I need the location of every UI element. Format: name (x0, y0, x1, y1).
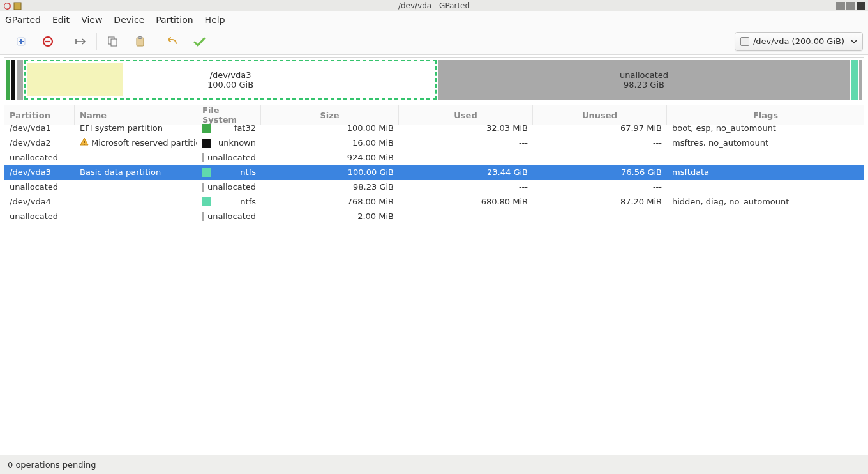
svg-rect-9 (84, 144, 85, 145)
cell-partition: unallocated (4, 153, 75, 162)
toolbar-separator (64, 33, 64, 50)
cell-filesystem: ntfs (197, 167, 261, 177)
cell-used: --- (399, 182, 533, 192)
cell-name: EFI system partition (75, 123, 197, 133)
cell-filesystem: unknown (197, 138, 261, 148)
fs-swatch-icon (202, 153, 204, 162)
diskmap-vda3-size: 100.00 GiB (207, 80, 253, 89)
fs-swatch-icon (202, 183, 204, 192)
cell-size: 2.00 MiB (261, 211, 399, 221)
cell-partition: /dev/vda3 (4, 167, 75, 177)
col-unused[interactable]: Unused (533, 105, 667, 125)
cell-used: --- (399, 138, 533, 148)
cell-used: 32.03 MiB (399, 123, 533, 133)
menu-help[interactable]: Help (205, 15, 225, 25)
statusbar: 0 operations pending (0, 455, 868, 474)
svg-rect-7 (138, 36, 142, 38)
diskmap-unalloc-name: unallocated (620, 70, 668, 80)
col-flags[interactable]: Flags (667, 105, 864, 125)
fs-swatch-icon (202, 197, 211, 206)
col-name[interactable]: Name (75, 105, 197, 125)
cell-flags: boot, esp, no_automount (667, 123, 864, 133)
col-partition[interactable]: Partition (4, 105, 75, 125)
fs-swatch-icon (202, 168, 211, 177)
partition-table: Partition Name File System Size Used Unu… (4, 105, 864, 443)
cell-size: 100.00 MiB (261, 123, 399, 133)
table-row[interactable]: /dev/vda1EFI system partitionfat32100.00… (4, 121, 864, 135)
cell-flags: msftres, no_automount (667, 138, 864, 148)
cell-partition: /dev/vda2 (4, 138, 75, 148)
cell-partition: /dev/vda4 (4, 197, 75, 206)
table-row[interactable]: /dev/vda3Basic data partitionntfs100.00 … (4, 165, 864, 180)
diskmap-seg-unallocated-small[interactable] (17, 60, 23, 100)
window-titlebar: /dev/vda - GParted (0, 0, 868, 11)
cell-filesystem: ntfs (197, 197, 261, 206)
cell-flags: msftdata (667, 167, 864, 177)
menu-device[interactable]: Device (114, 15, 144, 25)
table-body: /dev/vda1EFI system partitionfat32100.00… (4, 121, 864, 224)
cell-partition: unallocated (4, 211, 75, 221)
warning-icon (80, 137, 89, 148)
cell-filesystem: unallocated (197, 211, 261, 221)
new-partition-button[interactable] (8, 29, 34, 54)
diskmap-vda3-name: /dev/vda3 (207, 70, 253, 80)
cell-size: 16.00 MiB (261, 138, 399, 148)
status-pending: 0 operations pending (8, 460, 96, 470)
toolbar-separator (156, 33, 156, 50)
cell-name: Microsoft reserved partition (75, 137, 197, 148)
resize-move-button[interactable] (67, 29, 94, 54)
menu-partition[interactable]: Partition (156, 15, 193, 25)
cell-used: --- (399, 153, 533, 162)
copy-button[interactable] (100, 29, 126, 54)
cell-used: 680.80 MiB (399, 197, 533, 206)
table-row[interactable]: unallocatedunallocated98.23 GiB------ (4, 180, 864, 194)
cell-unused: 67.97 MiB (533, 123, 667, 133)
undo-button[interactable] (159, 29, 186, 54)
toolbar-separator (96, 33, 97, 50)
cell-used: 23.44 GiB (399, 167, 533, 177)
diskmap-seg-unallocated-tail[interactable] (859, 60, 862, 100)
device-selector[interactable]: /dev/vda (200.00 GiB) (735, 32, 863, 51)
menu-view[interactable]: View (81, 15, 102, 25)
cell-size: 924.00 MiB (261, 153, 399, 162)
chevron-down-icon (851, 36, 857, 46)
col-used[interactable]: Used (399, 105, 533, 125)
table-row[interactable]: unallocatedunallocated2.00 MiB------ (4, 209, 864, 224)
diskmap-seg-vda4[interactable] (851, 60, 858, 100)
cell-unused: --- (533, 153, 667, 162)
diskmap-seg-unallocated-big[interactable]: unallocated 98.23 GiB (438, 60, 850, 100)
disk-map[interactable]: /dev/vda3 100.00 GiB unallocated 98.23 G… (4, 57, 864, 102)
col-fs[interactable]: File System (197, 105, 261, 125)
cell-unused: --- (533, 182, 667, 192)
diskmap-seg-vda2[interactable] (11, 60, 15, 100)
apply-button[interactable] (186, 29, 213, 54)
cell-unused: --- (533, 211, 667, 221)
device-selector-label: /dev/vda (200.00 GiB) (753, 36, 844, 46)
fs-swatch-icon (202, 139, 211, 148)
diskmap-seg-vda3[interactable]: /dev/vda3 100.00 GiB (24, 60, 437, 100)
menu-edit[interactable]: Edit (52, 15, 70, 25)
cell-size: 98.23 GiB (261, 182, 399, 192)
table-row[interactable]: unallocatedunallocated924.00 MiB------ (4, 150, 864, 165)
menu-gparted[interactable]: GParted (5, 15, 41, 25)
table-header: Partition Name File System Size Used Unu… (4, 105, 864, 121)
cell-filesystem: unallocated (197, 153, 261, 162)
cell-unused: 76.56 GiB (533, 167, 667, 177)
col-size[interactable]: Size (261, 105, 399, 125)
table-row[interactable]: /dev/vda2Microsoft reserved partitionunk… (4, 135, 864, 150)
paste-button[interactable] (126, 29, 153, 54)
cell-flags: hidden, diag, no_automount (667, 197, 864, 206)
diskmap-seg-vda1[interactable] (6, 60, 10, 100)
toolbar: /dev/vda (200.00 GiB) (0, 28, 868, 55)
menubar: GParted Edit View Device Partition Help (0, 11, 868, 28)
fs-swatch-icon (202, 124, 211, 133)
delete-partition-button[interactable] (34, 29, 61, 54)
cell-filesystem: unallocated (197, 182, 261, 192)
table-row[interactable]: /dev/vda4ntfs768.00 MiB680.80 MiB87.20 M… (4, 194, 864, 209)
svg-rect-5 (111, 39, 117, 46)
diskmap-unalloc-size: 98.23 GiB (620, 80, 668, 89)
disk-icon (740, 37, 749, 46)
cell-size: 100.00 GiB (261, 167, 399, 177)
cell-unused: --- (533, 138, 667, 148)
window-title: /dev/vda - GParted (0, 1, 868, 10)
